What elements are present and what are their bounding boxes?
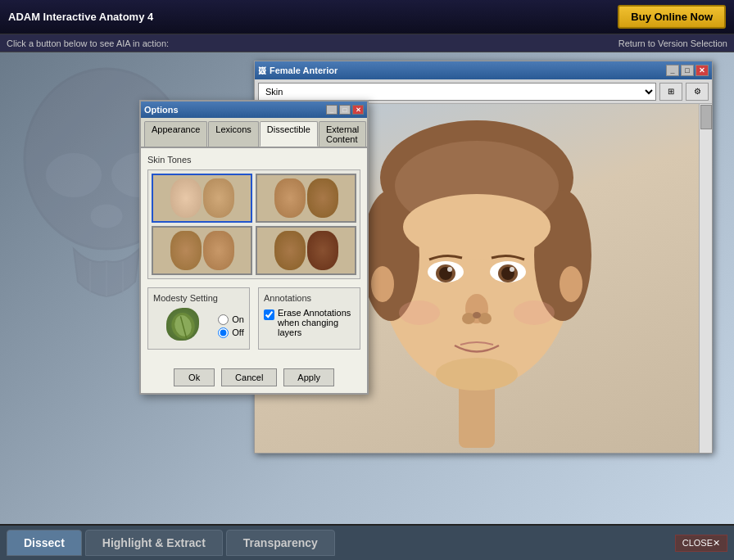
- female-window-title: 🖼 Female Anterior: [258, 65, 338, 75]
- svg-point-27: [514, 300, 555, 325]
- svg-point-30: [560, 266, 582, 302]
- skin-tone-2[interactable]: [256, 174, 356, 223]
- annotations-title: Annotations: [264, 293, 355, 303]
- modesty-annotations: Modesty Setting On: [147, 287, 360, 350]
- buy-button[interactable]: Buy Online Now: [618, 5, 726, 29]
- tab-dissect[interactable]: Dissect: [7, 530, 82, 556]
- apply-button[interactable]: Apply: [283, 368, 334, 386]
- options-minimize[interactable]: _: [326, 105, 338, 115]
- bottom-tabs: Dissect Highlight & Extract Transparency…: [0, 524, 734, 560]
- modesty-radio-group: On Off: [218, 314, 244, 338]
- svg-point-29: [371, 266, 394, 302]
- maximize-button[interactable]: □: [681, 65, 694, 76]
- settings-icon-button[interactable]: ⚙: [686, 83, 709, 101]
- svg-point-28: [436, 358, 518, 391]
- modesty-off-label: Off: [232, 327, 243, 337]
- modesty-leaf-icon: [166, 308, 199, 341]
- svg-point-26: [399, 300, 440, 325]
- svg-point-21: [510, 267, 514, 272]
- skin-layer-dropdown[interactable]: Skin: [258, 83, 656, 101]
- tab-external-content[interactable]: External Content: [319, 121, 366, 147]
- annotations-checkbox-group: Erase Annotations when changing layers: [264, 308, 355, 337]
- version-selection-link[interactable]: Return to Version Selection: [618, 38, 727, 48]
- options-tabs: Appearance Lexicons Dissectible External…: [141, 118, 367, 148]
- ok-button[interactable]: Ok: [174, 368, 215, 386]
- scrollbar[interactable]: [699, 104, 712, 453]
- svg-point-13: [403, 194, 550, 260]
- female-face-svg: [338, 104, 616, 456]
- minimize-button[interactable]: _: [666, 65, 679, 76]
- svg-point-17: [447, 267, 452, 272]
- options-body: Skin Tones: [141, 148, 367, 356]
- modesty-on-radio[interactable]: [218, 314, 229, 325]
- options-buttons: Ok Cancel Apply: [141, 368, 367, 386]
- skin-tones-box: [147, 169, 360, 279]
- tab-appearance[interactable]: Appearance: [144, 121, 207, 147]
- skin-tones-grid: [152, 174, 356, 275]
- cancel-button[interactable]: Cancel: [221, 368, 277, 386]
- sub-header-instruction: Click a button below to see AIA in actio…: [7, 38, 169, 48]
- female-window-title-text: Female Anterior: [270, 65, 338, 75]
- close-window-button[interactable]: ✕: [695, 65, 709, 76]
- skin-tone-4[interactable]: [256, 226, 356, 275]
- tab-transparency[interactable]: Transparency: [226, 530, 335, 556]
- scroll-thumb[interactable]: [700, 105, 712, 129]
- erase-annotations-label: Erase Annotations when changing layers: [278, 308, 355, 337]
- options-close[interactable]: ✕: [352, 105, 364, 115]
- skin-tones-label: Skin Tones: [147, 155, 360, 165]
- modesty-off-option[interactable]: Off: [218, 327, 244, 338]
- logo-area: ADAM Interactive Anatomy 4: [8, 11, 153, 23]
- app-header: ADAM Interactive Anatomy 4 Buy Online No…: [0, 0, 734, 34]
- erase-annotations-checkbox[interactable]: [264, 309, 274, 320]
- erase-annotations-option[interactable]: Erase Annotations when changing layers: [264, 308, 355, 337]
- options-maximize[interactable]: □: [339, 105, 351, 115]
- options-title: Options: [144, 105, 179, 115]
- view-icon-button[interactable]: ⊞: [659, 83, 682, 101]
- modesty-box: Modesty Setting On: [147, 287, 250, 350]
- app-title: ADAM Interactive Anatomy 4: [8, 11, 153, 23]
- options-dialog: Options _ □ ✕ Appearance Lexicons Dissec…: [139, 100, 369, 395]
- tab-dissectible[interactable]: Dissectible: [260, 121, 318, 147]
- main-content: 🖼 Female Anterior _ □ ✕ Skin ⊞ ⚙: [0, 52, 734, 524]
- modesty-off-radio[interactable]: [218, 327, 229, 338]
- window-controls: _ □ ✕: [666, 65, 709, 76]
- modesty-title: Modesty Setting: [153, 293, 244, 303]
- svg-point-1: [45, 152, 102, 198]
- female-window-titlebar: 🖼 Female Anterior _ □ ✕: [255, 61, 712, 79]
- svg-rect-7: [459, 382, 495, 448]
- sub-header: Click a button below to see AIA in actio…: [0, 34, 734, 52]
- modesty-on-label: On: [232, 314, 244, 324]
- skin-tone-3[interactable]: [152, 226, 252, 275]
- tab-highlight-extract[interactable]: Highlight & Extract: [85, 530, 223, 556]
- annotations-box: Annotations Erase Annotations when chang…: [258, 287, 360, 350]
- options-titlebar: Options _ □ ✕: [141, 102, 367, 118]
- svg-point-3: [90, 204, 123, 228]
- window-icon: 🖼: [258, 66, 266, 75]
- options-controls: _ □ ✕: [326, 105, 364, 115]
- modesty-on-option[interactable]: On: [218, 314, 244, 325]
- skin-tone-1[interactable]: [152, 174, 252, 223]
- svg-point-25: [473, 312, 481, 318]
- tab-lexicons[interactable]: Lexicons: [208, 121, 258, 147]
- close-x-button[interactable]: CLOSE✕: [675, 535, 727, 552]
